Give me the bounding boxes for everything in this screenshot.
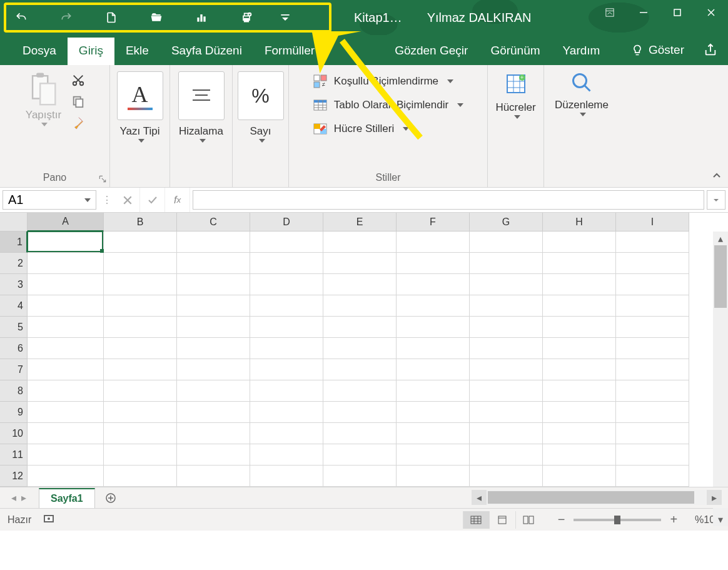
cell[interactable] bbox=[104, 380, 177, 402]
sheet-nav-next[interactable]: ▸ bbox=[21, 492, 26, 504]
cell[interactable] bbox=[250, 466, 323, 487]
cell[interactable] bbox=[470, 253, 543, 274]
font-button[interactable]: A Yazı Tipi bbox=[113, 69, 167, 145]
cell[interactable] bbox=[470, 338, 543, 359]
horizontal-scrollbar[interactable]: ◂ ▸ bbox=[472, 490, 722, 505]
formula-bar-grip[interactable]: ⋮ bbox=[99, 188, 115, 212]
row-header[interactable]: 7 bbox=[0, 359, 28, 380]
cell[interactable] bbox=[28, 232, 104, 253]
cell[interactable] bbox=[543, 444, 616, 466]
cell[interactable] bbox=[543, 380, 616, 402]
cells-button[interactable]: + Hücreler bbox=[492, 69, 539, 121]
row-header[interactable]: 11 bbox=[0, 444, 28, 466]
zoom-slider-handle[interactable] bbox=[614, 516, 620, 524]
cell[interactable] bbox=[397, 402, 470, 423]
cell[interactable] bbox=[543, 295, 616, 317]
column-header[interactable]: G bbox=[470, 213, 543, 232]
cell[interactable] bbox=[616, 359, 689, 380]
row-header[interactable]: 12 bbox=[0, 466, 28, 487]
tab-home[interactable]: Giriş bbox=[68, 38, 114, 65]
cell[interactable] bbox=[177, 359, 250, 380]
cell[interactable] bbox=[397, 338, 470, 359]
macro-record-button[interactable] bbox=[44, 514, 56, 526]
maximize-button[interactable] bbox=[660, 0, 694, 25]
cell[interactable] bbox=[470, 274, 543, 295]
column-header[interactable]: I bbox=[616, 213, 689, 232]
minimize-button[interactable] bbox=[627, 0, 660, 25]
cell[interactable] bbox=[177, 232, 250, 253]
cell[interactable] bbox=[104, 274, 177, 295]
format-painter-button[interactable] bbox=[69, 114, 88, 131]
cell[interactable] bbox=[28, 295, 104, 317]
cell[interactable] bbox=[177, 380, 250, 402]
cell[interactable] bbox=[616, 317, 689, 338]
cell[interactable] bbox=[177, 317, 250, 338]
number-format-button[interactable]: % Sayı bbox=[234, 69, 288, 145]
row-header[interactable]: 2 bbox=[0, 253, 28, 274]
cell[interactable] bbox=[323, 380, 397, 402]
cell[interactable] bbox=[250, 423, 323, 444]
row-header[interactable]: 6 bbox=[0, 338, 28, 359]
cell[interactable] bbox=[543, 338, 616, 359]
alignment-button[interactable]: Hizalama bbox=[174, 69, 228, 145]
conditional-formatting-button[interactable]: ≠ Koşullu Biçimlendirme bbox=[309, 71, 467, 91]
cell[interactable] bbox=[397, 274, 470, 295]
tab-review[interactable]: Gözden Geçir bbox=[383, 38, 479, 65]
cell[interactable] bbox=[104, 317, 177, 338]
cell[interactable] bbox=[104, 295, 177, 317]
cell[interactable] bbox=[397, 317, 470, 338]
cell[interactable] bbox=[28, 253, 104, 274]
cell[interactable] bbox=[104, 338, 177, 359]
cell[interactable] bbox=[616, 295, 689, 317]
cell[interactable] bbox=[543, 253, 616, 274]
undo-button[interactable] bbox=[13, 9, 30, 26]
customize-qat-button[interactable] bbox=[276, 9, 294, 26]
cell[interactable] bbox=[28, 466, 104, 487]
print-preview-button[interactable] bbox=[238, 9, 255, 26]
cell[interactable] bbox=[177, 402, 250, 423]
cell[interactable] bbox=[397, 232, 470, 253]
view-page-layout-button[interactable] bbox=[489, 511, 515, 529]
cell[interactable] bbox=[470, 232, 543, 253]
ribbon-display-button[interactable] bbox=[593, 0, 627, 25]
name-box[interactable]: A1 bbox=[3, 190, 96, 210]
cell[interactable] bbox=[323, 317, 397, 338]
cell[interactable] bbox=[397, 253, 470, 274]
sheet-tab-active[interactable]: Sayfa1 bbox=[39, 488, 95, 508]
cell[interactable] bbox=[177, 423, 250, 444]
cut-button[interactable] bbox=[69, 71, 88, 89]
cell[interactable] bbox=[470, 423, 543, 444]
copy-button[interactable] bbox=[69, 93, 88, 110]
cell[interactable] bbox=[397, 380, 470, 402]
new-file-button[interactable] bbox=[103, 9, 120, 26]
cell[interactable] bbox=[323, 295, 397, 317]
zoom-out-button[interactable]: − bbox=[554, 512, 569, 527]
chart-button[interactable] bbox=[193, 9, 210, 26]
cell[interactable] bbox=[104, 402, 177, 423]
cell[interactable] bbox=[177, 466, 250, 487]
format-as-table-button[interactable]: Tablo Olarak Biçimlendir bbox=[309, 95, 467, 115]
row-header[interactable]: 4 bbox=[0, 295, 28, 317]
cell[interactable] bbox=[616, 423, 689, 444]
cell[interactable] bbox=[397, 444, 470, 466]
cell[interactable] bbox=[250, 295, 323, 317]
cell[interactable] bbox=[177, 253, 250, 274]
editing-button[interactable]: Düzenleme bbox=[551, 69, 612, 119]
scroll-down-button[interactable]: ▾ bbox=[713, 512, 728, 526]
cell-styles-button[interactable]: Hücre Stilleri bbox=[309, 119, 467, 139]
open-file-button[interactable] bbox=[148, 9, 165, 26]
cell[interactable] bbox=[397, 423, 470, 444]
cell[interactable] bbox=[323, 402, 397, 423]
cell[interactable] bbox=[543, 274, 616, 295]
cell[interactable] bbox=[323, 274, 397, 295]
cell[interactable] bbox=[250, 402, 323, 423]
cancel-formula-button[interactable] bbox=[115, 188, 140, 212]
row-header[interactable]: 8 bbox=[0, 380, 28, 402]
share-button[interactable] bbox=[699, 39, 722, 61]
tab-page-layout[interactable]: Sayfa Düzeni bbox=[160, 38, 253, 65]
cell[interactable] bbox=[616, 444, 689, 466]
tab-insert[interactable]: Ekle bbox=[114, 38, 160, 65]
cell[interactable] bbox=[470, 380, 543, 402]
cell[interactable] bbox=[177, 444, 250, 466]
enter-formula-button[interactable] bbox=[140, 188, 165, 212]
